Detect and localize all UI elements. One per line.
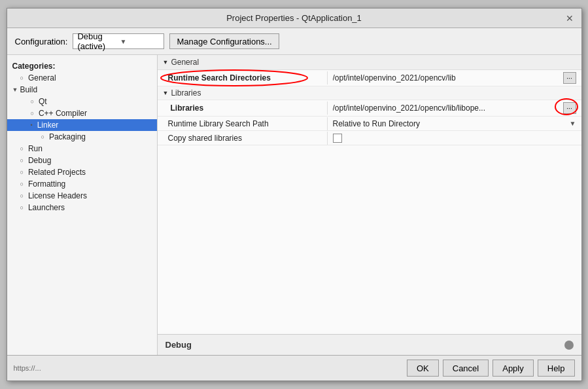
configuration-select[interactable]: Debug (active) ▼	[73, 33, 164, 49]
sidebar-item-linker[interactable]: • Linker	[7, 119, 157, 131]
runtime-search-row: Runtime Search Directories /opt/intel/op…	[158, 70, 581, 86]
expand-icon-formatting: ○	[20, 181, 24, 187]
expand-icon: ○	[20, 75, 24, 81]
libraries-subsection-title: Libraries	[171, 88, 201, 98]
copy-shared-value[interactable]	[328, 132, 581, 145]
sidebar-item-debug[interactable]: ○ Debug	[7, 155, 157, 166]
copy-shared-libraries-row: Copy shared libraries	[158, 131, 581, 145]
sidebar-item-run[interactable]: ○ Run	[7, 143, 157, 155]
copy-shared-label: Copy shared libraries	[158, 132, 328, 145]
sidebar-item-launchers[interactable]: ○ Launchers	[7, 202, 157, 213]
help-button[interactable]: Help	[538, 360, 575, 377]
section-arrow-icon: ▼	[163, 59, 169, 65]
main-content: Categories: ○ General ▼ Build ○ Qt ○ C++…	[7, 55, 581, 355]
footer-url: https://...	[14, 364, 41, 372]
sidebar: Categories: ○ General ▼ Build ○ Qt ○ C++…	[7, 55, 158, 355]
runtime-search-value: /opt/intel/openvino_2021/opencv/lib ···	[328, 70, 581, 86]
general-section-header: ▼ General	[158, 55, 581, 70]
sidebar-item-packaging[interactable]: ○ Packaging	[7, 131, 157, 143]
expand-icon-packaging: ○	[41, 134, 44, 140]
close-button[interactable]: ✕	[564, 13, 575, 24]
sidebar-item-general[interactable]: ○ General	[7, 72, 157, 84]
bullet-icon: •	[31, 122, 33, 128]
collapse-icon: ▼	[12, 86, 18, 93]
expand-icon-related: ○	[20, 169, 24, 176]
runtime-library-label: Runtime Library Search Path	[158, 117, 328, 130]
debug-status-dot	[564, 341, 574, 350]
runtime-library-search-row: Runtime Library Search Path Relative to …	[158, 117, 581, 131]
config-value: Debug (active)	[77, 31, 117, 51]
sidebar-item-related-projects[interactable]: ○ Related Projects	[7, 166, 157, 178]
general-section-title: General	[171, 58, 199, 67]
expand-icon-run: ○	[20, 145, 24, 152]
manage-configurations-button[interactable]: Manage Configurations...	[169, 33, 279, 49]
copy-shared-checkbox[interactable]	[333, 134, 342, 143]
sidebar-item-qt[interactable]: ○ Qt	[7, 96, 157, 107]
expand-icon-debug: ○	[20, 157, 24, 164]
runtime-search-browse-btn[interactable]: ···	[563, 72, 576, 84]
sidebar-section-build[interactable]: ▼ Build	[7, 84, 157, 96]
dialog-title: Project Properties - QtApplication_1	[24, 13, 564, 23]
cancel-button[interactable]: Cancel	[443, 360, 489, 377]
expand-icon-license: ○	[20, 193, 24, 199]
title-bar: Project Properties - QtApplication_1 ✕	[7, 9, 581, 28]
sidebar-item-license-headers[interactable]: ○ License Headers	[7, 190, 157, 202]
footer: https://... OK Cancel Apply Help	[7, 355, 581, 380]
expand-icon-qt: ○	[31, 98, 34, 105]
dropdown-arrow-icon: ▼	[120, 38, 160, 45]
right-panel: ▼ General Runtime Search Directories /op…	[158, 55, 581, 355]
expand-icon-cpp: ○	[31, 110, 34, 117]
dropdown-arrow-icon: ▼	[570, 120, 576, 127]
libraries-browse-btn[interactable]: ···	[563, 102, 576, 114]
debug-section: Debug	[158, 334, 581, 355]
sidebar-item-formatting[interactable]: ○ Formatting	[7, 178, 157, 190]
runtime-library-value: Relative to Run Directory ▼	[328, 117, 581, 130]
config-label: Configuration:	[15, 37, 68, 46]
ok-button[interactable]: OK	[407, 360, 439, 377]
config-bar: Configuration: Debug (active) ▼ Manage C…	[7, 28, 581, 55]
sidebar-item-cpp-compiler[interactable]: ○ C++ Compiler	[7, 107, 157, 119]
expand-icon-launchers: ○	[20, 204, 24, 211]
runtime-search-label: Runtime Search Directories	[158, 71, 328, 84]
apply-button[interactable]: Apply	[493, 360, 534, 377]
properties-area: ▼ General Runtime Search Directories /op…	[158, 55, 581, 334]
libraries-value: /opt/intel/openvino_2021/opencv/lib/libo…	[328, 100, 581, 116]
svg-point-0	[161, 70, 307, 86]
debug-section-title: Debug	[165, 340, 192, 350]
libraries-label: Libraries	[158, 102, 328, 115]
project-properties-dialog: Project Properties - QtApplication_1 ✕ C…	[7, 8, 582, 381]
libraries-arrow-icon: ▼	[163, 90, 169, 96]
categories-title: Categories:	[7, 60, 157, 72]
libraries-subsection-header: ▼ Libraries	[158, 86, 581, 100]
libraries-row: Libraries /opt/intel/openvino_2021/openc…	[158, 100, 581, 117]
